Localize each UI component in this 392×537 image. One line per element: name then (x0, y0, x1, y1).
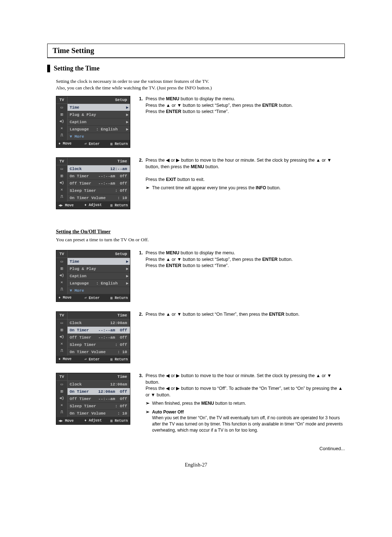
osd-title: Time (68, 373, 130, 380)
page-number: English-27 (47, 462, 345, 468)
setup-icon: ✕ (56, 401, 67, 408)
channel-icon: ◄) (56, 272, 67, 279)
channel-icon: ◄) (56, 333, 67, 340)
title-bar: Time Setting (48, 44, 344, 58)
s2-step-1: 1. Press the MENU button to display the … (139, 250, 345, 269)
osd-tv-label: TV (56, 373, 68, 380)
osd-title: Time (68, 312, 130, 319)
picture-icon: ▭ (56, 165, 67, 172)
osd-setup: TV Setup ▭ ▥ ◄) ✕ ⎍ Time▶ Plu (56, 96, 130, 148)
section-title: Setting the Time (54, 65, 99, 72)
setup-icon: ✕ (56, 125, 67, 132)
setup-icon: ✕ (56, 279, 67, 286)
osd-title: Setup (68, 96, 130, 104)
osd-time-a: TV Time ▭ ▥ ◄) ✕ ⎍ Clock12:--am (56, 157, 130, 209)
input-icon: ⎍ (56, 347, 67, 354)
sound-icon: ▥ (56, 388, 67, 395)
osd-tv-label: TV (56, 158, 68, 165)
osd-tv-label: TV (56, 250, 68, 258)
menu-row-ontimer: On Timer--:--am Off (68, 173, 130, 180)
page-title: Time Setting (53, 46, 339, 55)
sound-icon: ▥ (56, 265, 67, 272)
channel-icon: ◄) (56, 118, 67, 125)
sound-icon: ▥ (56, 172, 67, 179)
picture-icon: ▭ (56, 258, 67, 265)
channel-icon: ◄) (56, 179, 67, 186)
setup-icon: ✕ (56, 340, 67, 347)
input-icon: ⎍ (56, 193, 67, 200)
menu-row-sleep: Sleep Timer: Off (68, 187, 130, 194)
menu-row-clock: Clock12:--am (68, 165, 130, 173)
menu-row-plug: Plug & Play▶ (68, 111, 130, 118)
s2-step-3: 3. Press the ◀ or ▶ button to move to th… (139, 373, 345, 433)
heading-bar (47, 65, 50, 72)
menu-row-offtimer: Off Timer--:--am Off (68, 180, 130, 187)
subsection-desc: You can preset a time to turn the TV On … (56, 237, 345, 243)
menu-row-more: ▼ More (68, 133, 130, 140)
section-heading: Setting the Time (47, 65, 345, 72)
sound-icon: ▥ (56, 326, 67, 333)
osd-tv-label: TV (56, 312, 68, 319)
input-icon: ⎍ (56, 132, 67, 138)
osd-tv-label: TV (56, 96, 68, 104)
step-2: 2. Press the ◀ or ▶ button to move to th… (139, 157, 345, 191)
sound-icon: ▥ (56, 111, 67, 118)
input-icon: ⎍ (56, 408, 67, 415)
picture-icon: ▭ (56, 381, 67, 388)
continued-label: Continued... (47, 446, 345, 451)
osd-title: Setup (68, 250, 130, 258)
menu-row-volume: On Timer Volume: 10 (68, 194, 130, 202)
intro-text: Setting the clock is necessary in order … (56, 78, 345, 91)
menu-row-caption: Caption▶ (68, 118, 130, 126)
menu-row-time: Time▶ (68, 104, 130, 111)
subsection-heading: Setting the On/Off Timer (56, 229, 345, 235)
picture-icon: ▭ (56, 104, 67, 111)
input-icon: ⎍ (56, 286, 67, 292)
picture-icon: ▭ (56, 319, 67, 326)
step-1: 1. Press the MENU button to display the … (139, 96, 345, 115)
osd-time-c: TV Time ▭ ▥ ◄) ✕ ⎍ Clock12:00am (56, 373, 130, 425)
page-frame: Time Setting (47, 44, 345, 58)
s2-step-2: 2. Press the ▲ or ▼ button to select “On… (139, 311, 345, 318)
osd-title: Time (68, 158, 130, 165)
menu-row-language: Language : English▶ (68, 126, 130, 133)
setup-icon: ✕ (56, 186, 67, 193)
channel-icon: ◄) (56, 395, 67, 401)
osd-time-b: TV Time ▭ ▥ ◄) ✕ ⎍ Clock12:00am (56, 311, 130, 363)
osd-setup-b: TV Setup ▭ ▥ ◄) ✕ ⎍ Time▶ Plu (56, 250, 130, 302)
